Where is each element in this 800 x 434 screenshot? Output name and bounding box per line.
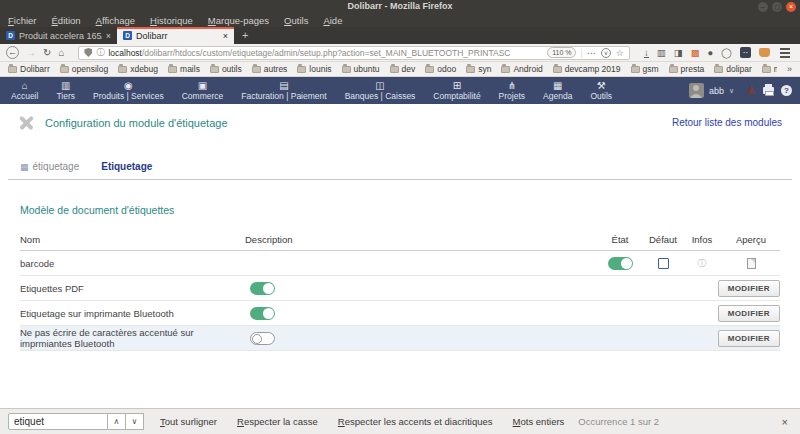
window-controls [758, 2, 796, 12]
bookmark-folder[interactable]: opensilog [60, 64, 108, 74]
bookmark-folder[interactable]: odoo [425, 64, 456, 74]
dolibarr-menu-item[interactable]: ▦ Agenda [534, 79, 581, 102]
section-title: Modèle de document d'étiquettes [20, 204, 800, 216]
find-option-button[interactable]: Respecter la casse [237, 416, 318, 427]
bookmark-label: marseille [774, 64, 777, 74]
browser-tab[interactable]: Dolibarr [117, 27, 234, 44]
menu-item[interactable]: Fichier [8, 15, 37, 26]
bookmark-folder[interactable]: Android [501, 64, 542, 74]
proxy-icon[interactable] [759, 48, 770, 57]
minimize-button[interactable] [758, 2, 768, 12]
bug-icon[interactable]: ♟ [746, 85, 756, 96]
back-icon[interactable]: ← [6, 46, 19, 59]
module-icon: ▦ [20, 162, 29, 172]
menu-item[interactable]: Affichage [96, 15, 135, 26]
bookmark-folder[interactable]: devcamp 2019 [553, 64, 621, 74]
bookmark-folder[interactable]: Dolibarr [8, 64, 50, 74]
tab-close-icon[interactable] [223, 31, 228, 41]
user-menu[interactable]: abb ∨ [689, 83, 734, 98]
preview-document-icon[interactable] [747, 258, 756, 269]
modify-button[interactable]: MODIFIER [718, 280, 780, 297]
modify-button[interactable]: MODIFIER [718, 305, 780, 322]
star-icon[interactable]: ☆ [616, 48, 624, 58]
menu-item[interactable]: Marque-pages [208, 15, 269, 26]
pocket-icon[interactable]: ∨ [601, 48, 611, 58]
dolibarr-menu-item[interactable]: ◫ Banques | Caisses [336, 79, 425, 102]
modify-button[interactable]: MODIFIER [718, 330, 780, 347]
bookmark-folder[interactable]: syn [466, 64, 491, 74]
bookmark-folder[interactable]: outils [210, 64, 242, 74]
bookmark-folder[interactable]: dev [390, 64, 416, 74]
dolibarr-menu-item[interactable]: ▣ Commerce [173, 79, 233, 102]
find-input[interactable] [8, 413, 108, 430]
find-option-button[interactable]: Respecter les accents et diacritiques [338, 416, 493, 427]
download-icon[interactable]: ↓ [644, 48, 649, 58]
bookmark-folder[interactable]: xdebug [118, 64, 158, 74]
dolibarr-menu-item[interactable]: ⌂ Accueil [2, 79, 47, 102]
tab-close-icon[interactable] [106, 31, 111, 41]
dolibarr-menu-item[interactable]: ⚒ Outils [581, 79, 621, 102]
help-icon[interactable] [781, 85, 792, 96]
bookmark-folder[interactable]: dolipar [714, 64, 752, 74]
extension-grid-icon[interactable]: ▩ [691, 47, 700, 58]
dolibarr-favicon [123, 31, 132, 40]
tab-module[interactable]: ▦ étiquetage [20, 161, 79, 172]
sidebar-icon[interactable]: ◨ [674, 47, 683, 58]
products-icon: ◉ [124, 80, 133, 91]
bookmark-label: odoo [437, 64, 456, 74]
option-toggle[interactable] [250, 282, 275, 295]
menu-item[interactable]: Édition [52, 15, 81, 26]
menu-item[interactable]: Outils [284, 15, 308, 26]
maximize-button[interactable] [772, 2, 782, 12]
new-tab-button[interactable]: + [234, 27, 256, 44]
find-next-button[interactable]: ∨ [126, 413, 144, 430]
dolibarr-menu-item[interactable]: ▤ Facturation | Paiement [232, 79, 335, 102]
bookmark-folder[interactable]: lounis [297, 64, 331, 74]
url-bar[interactable]: ⓘ localhost/dolibarr/htdocs/custom/etiqu… [78, 46, 629, 60]
dolibarr-menu-item[interactable]: ⋔ Projets [490, 79, 534, 102]
shield-icon[interactable] [84, 48, 92, 57]
bookmark-folder[interactable]: autres [252, 64, 288, 74]
close-button[interactable] [786, 2, 796, 12]
bookmark-folder[interactable]: presta [669, 64, 705, 74]
menu-icon[interactable] [780, 52, 790, 54]
find-option-button[interactable]: Mots entiers [513, 416, 565, 427]
bookmark-folder[interactable]: gsm [631, 64, 659, 74]
bookmark-folder[interactable]: ubuntu [342, 64, 380, 74]
dolibarr-menu-item[interactable]: ⊞ Comptabilité [424, 79, 489, 102]
option-toggle[interactable] [250, 332, 275, 345]
site-info-icon[interactable]: ⓘ [96, 47, 104, 58]
reload-icon[interactable]: ↻ [43, 46, 51, 59]
dolibarr-menu-item[interactable]: ◉ Produits | Services [84, 79, 173, 102]
dots-icon[interactable]: ⋯ [587, 48, 596, 58]
menu-label: Projets [499, 91, 525, 101]
home-icon: ⌂ [22, 80, 28, 91]
print-icon[interactable] [763, 87, 774, 94]
menu-item[interactable]: Historique [150, 15, 193, 26]
extension-circle-icon[interactable]: ● [708, 47, 714, 58]
devtools-icon[interactable]: ‥ [740, 47, 751, 58]
tab-etiquetage[interactable]: Etiquetage [101, 161, 152, 172]
defaut-checkbox[interactable] [658, 258, 669, 269]
find-previous-button[interactable]: ∧ [108, 413, 126, 430]
find-close-icon[interactable] [778, 416, 792, 428]
find-option-button[interactable]: Tout surligner [160, 416, 217, 427]
window-titlebar: Dolibarr - Mozilla Firefox [0, 0, 800, 14]
option-toggle[interactable] [250, 307, 275, 320]
menu-item[interactable]: Aide [323, 15, 342, 26]
forward-icon[interactable]: → [26, 46, 36, 59]
zoom-level-badge[interactable]: 110 % [547, 47, 576, 58]
bookmark-folder[interactable]: marseille [762, 64, 777, 74]
etat-toggle[interactable] [608, 257, 633, 270]
home-icon[interactable]: ⌂ [58, 46, 64, 59]
account-icon[interactable]: ◯ [721, 47, 732, 58]
back-to-modules-link[interactable]: Retour liste des modules [672, 117, 782, 128]
dolibarr-menu-item[interactable]: ▥ Tiers [47, 79, 84, 102]
bookmarks-overflow-button[interactable]: » [787, 64, 792, 74]
library-icon[interactable]: ▥ [657, 47, 666, 58]
folder-icon [425, 66, 434, 73]
company-icon: ▥ [61, 80, 70, 91]
url-text[interactable]: localhost/dolibarr/htdocs/custom/etiquet… [108, 48, 543, 58]
browser-tab[interactable]: Produit accelera 165/65 [0, 27, 117, 44]
bookmark-folder[interactable]: mails [168, 64, 200, 74]
